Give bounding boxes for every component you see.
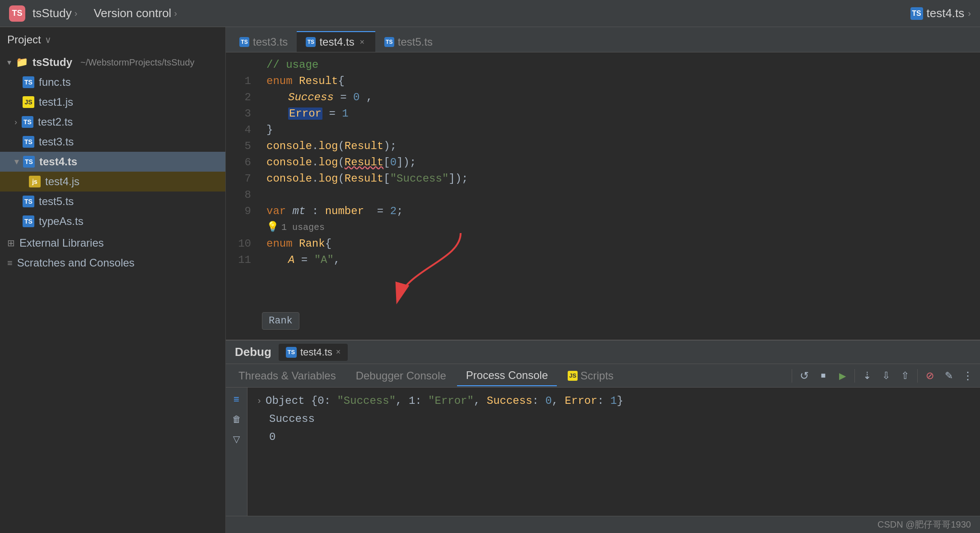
code-line-3: Error = 1 xyxy=(266,106,971,122)
rerun-button[interactable]: ↺ xyxy=(796,367,813,384)
sidebar-item-func-ts[interactable]: TS func.ts xyxy=(0,72,225,92)
sidebar-item-typeAs-ts[interactable]: TS typeAs.ts xyxy=(0,211,225,231)
main-layout: Project ∨ ▾ 📁 tsStudy ~/WebstormProjects… xyxy=(0,27,980,533)
app-icon-label: TS xyxy=(12,9,22,18)
ts-file-icon: TS xyxy=(23,196,34,207)
sidebar-item-test1-js[interactable]: JS test1.js xyxy=(0,92,225,112)
tab-test4[interactable]: TS test4.ts × xyxy=(297,31,375,52)
status-bar: CSDN @肥仔哥哥1930 xyxy=(226,516,980,533)
rank-tooltip-text: Rank xyxy=(269,315,293,327)
tab-process-console[interactable]: Process Console xyxy=(457,365,557,386)
debug-tabs-section: Threads & Variables Debugger Console Pro… xyxy=(229,365,788,386)
sidebar-item-label: test4.ts xyxy=(39,155,77,168)
sidebar-item-test3-ts[interactable]: TS test3.ts xyxy=(0,132,225,152)
delete-output-button[interactable]: 🗑 xyxy=(229,411,245,427)
active-file-badge: TS xyxy=(910,7,923,20)
expand-icon: ▾ xyxy=(7,57,11,67)
project-name-text: tsStudy xyxy=(33,6,72,20)
ts-file-icon: TS xyxy=(22,116,33,128)
tab-label: Process Console xyxy=(466,369,548,381)
sidebar-item-label: test5.ts xyxy=(39,195,74,208)
debug-content: ≡ 🗑 ▽ › Object {0: "Success", 1: "Error"… xyxy=(226,388,980,516)
tab-close-icon[interactable]: × xyxy=(358,38,366,46)
code-line-11: A = "A", xyxy=(266,252,971,268)
output-text-3: 0 xyxy=(257,428,275,446)
tab-ts-icon: TS xyxy=(239,37,249,47)
tab-debugger-console[interactable]: Debugger Console xyxy=(347,366,455,386)
stop-button[interactable]: ■ xyxy=(815,367,832,384)
version-control-chevron-icon: › xyxy=(174,8,177,19)
sidebar-item-label: test4.js xyxy=(45,175,79,188)
sidebar-item-test4-ts[interactable]: ▾ TS test4.ts xyxy=(0,152,225,172)
sidebar-header-chevron-icon: ∨ xyxy=(45,34,51,45)
code-line-9: var mt : number = 2; xyxy=(266,203,971,220)
tab-threads-variables[interactable]: Threads & Variables xyxy=(229,366,345,386)
version-control[interactable]: Version control › xyxy=(93,6,177,20)
rank-tooltip: Rank xyxy=(262,312,299,330)
filter-output-button[interactable]: ▽ xyxy=(229,431,245,447)
resume-button[interactable]: ▶ xyxy=(834,367,851,384)
sidebar-header[interactable]: Project ∨ xyxy=(0,27,225,52)
app-icon: TS xyxy=(9,5,25,22)
code-line-5: console.log(Result); xyxy=(266,138,971,154)
tab-test3[interactable]: TS test3.ts xyxy=(230,31,297,52)
ts-file-icon: TS xyxy=(23,136,34,148)
debug-left-tools: ≡ 🗑 ▽ xyxy=(226,388,247,516)
clear-button[interactable]: ✎ xyxy=(940,367,957,384)
expand-icon: ▾ xyxy=(14,157,19,167)
bulb-icon: 💡 xyxy=(266,220,279,236)
tab-label: test4.ts xyxy=(319,36,354,48)
step-out-button[interactable]: ⇧ xyxy=(896,367,914,384)
code-line-1: enum Result{ xyxy=(266,73,971,89)
titlebar-right: TS test4.ts › xyxy=(910,6,971,20)
tab-scripts[interactable]: JS Scripts xyxy=(559,366,622,386)
output-line-2: Success xyxy=(257,410,971,428)
tab-test5[interactable]: TS test5.ts xyxy=(375,31,442,52)
tab-ts-icon: TS xyxy=(384,37,394,47)
debug-header: Debug TS test4.ts × xyxy=(226,341,980,364)
active-file-title: test4.ts xyxy=(927,6,965,20)
ts-file-icon: TS xyxy=(23,156,35,168)
sidebar-item-label: test3.ts xyxy=(39,136,74,148)
folder-icon: 📁 xyxy=(16,56,28,68)
ts-file-icon: TS xyxy=(23,76,34,88)
tab-ts-icon: TS xyxy=(306,37,316,47)
sidebar-item-external-libraries[interactable]: ⊞ External Libraries xyxy=(0,233,225,253)
output-text-2: Success xyxy=(257,410,315,428)
ts-file-icon: TS xyxy=(23,215,34,227)
code-line-10: enum Rank{ xyxy=(266,236,971,252)
editor-area: TS test3.ts TS test4.ts × TS test5.ts xyxy=(226,27,980,533)
sort-output-button[interactable]: ≡ xyxy=(229,391,245,407)
titlebar-left: TS tsStudy › Version control › xyxy=(9,5,177,22)
debug-tab-close-icon[interactable]: × xyxy=(336,347,341,357)
more-options-button[interactable]: ⋮ xyxy=(959,367,976,384)
code-editor: 1 2 3 4 5 6 7 8 9 10 11 // usage xyxy=(226,52,980,340)
js-compiled-icon: js xyxy=(29,176,41,187)
sidebar-item-label: External Libraries xyxy=(19,237,104,249)
step-over-button[interactable]: ⇣ xyxy=(859,367,876,384)
code-content[interactable]: // usage enum Result{ Success = 0 , Erro… xyxy=(257,52,980,340)
debug-toolbar: Threads & Variables Debugger Console Pro… xyxy=(226,364,980,388)
mute-breakpoints-button[interactable]: ⊘ xyxy=(921,367,938,384)
scripts-js-icon: JS xyxy=(568,371,578,381)
version-control-text: Version control xyxy=(93,6,171,20)
sidebar-item-test5-ts[interactable]: TS test5.ts xyxy=(0,192,225,211)
debug-title: Debug xyxy=(235,345,271,359)
session-ts-icon: TS xyxy=(286,347,297,358)
tab-label: Threads & Variables xyxy=(238,369,336,382)
sidebar-item-tsStudy-root[interactable]: ▾ 📁 tsStudy ~/WebstormProjects/tsStudy xyxy=(0,52,225,72)
sidebar-title: Project xyxy=(7,33,41,46)
sidebar-item-test2-ts[interactable]: › TS test2.ts xyxy=(0,112,225,132)
toolbar-divider-1 xyxy=(792,369,792,383)
debug-session-tab[interactable]: TS test4.ts × xyxy=(279,344,348,361)
step-into-button[interactable]: ⇩ xyxy=(877,367,895,384)
sidebar-item-test4-js[interactable]: js test4.js xyxy=(0,172,225,192)
project-name[interactable]: tsStudy › xyxy=(33,6,77,20)
sidebar-item-scratches[interactable]: ≡ Scratches and Consoles xyxy=(0,253,225,273)
code-line-7: console.log(Result["Success"]); xyxy=(266,171,971,187)
tab-label: test5.ts xyxy=(398,36,433,48)
sidebar-item-label: test2.ts xyxy=(38,116,73,128)
external-libs-icon: ⊞ xyxy=(7,238,15,248)
output-line-3: 0 xyxy=(257,428,971,446)
scratches-icon: ≡ xyxy=(7,258,13,268)
